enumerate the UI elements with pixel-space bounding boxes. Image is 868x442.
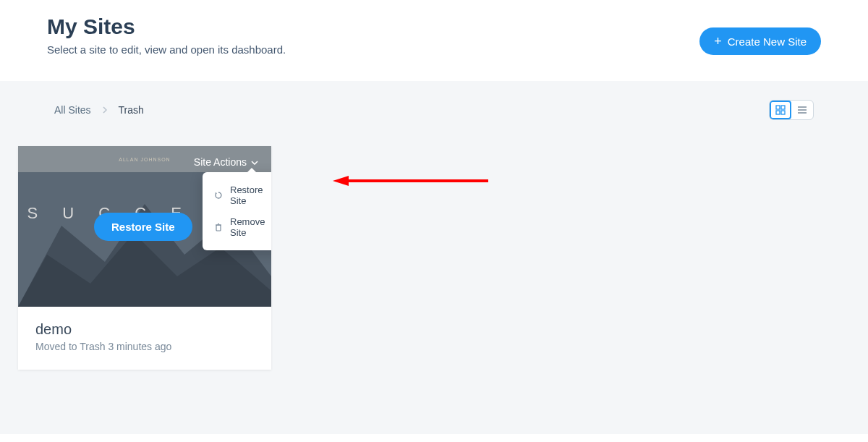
breadcrumb-current: Trash — [119, 104, 144, 116]
site-card[interactable]: ALLAN JOHNSON S U C C E S S Site Actions… — [18, 146, 271, 370]
site-actions-label: Site Actions — [194, 156, 247, 168]
chevron-right-icon — [103, 104, 107, 116]
page-subtitle: Select a site to edit, view and open its… — [47, 43, 286, 56]
svg-rect-2 — [776, 111, 780, 114]
page-title: My Sites — [47, 14, 286, 39]
dropdown-item-label: Remove Site — [230, 216, 271, 238]
list-icon — [797, 105, 807, 115]
restore-icon — [214, 191, 223, 200]
trash-icon — [214, 223, 223, 231]
svg-rect-1 — [781, 106, 785, 109]
site-actions-trigger[interactable]: Site Actions — [194, 156, 258, 168]
chevron-down-icon — [251, 158, 258, 166]
page-header: My Sites Select a site to edit, view and… — [0, 0, 868, 81]
dropdown-remove-site[interactable]: Remove Site — [203, 211, 271, 243]
site-status: Moved to Trash 3 minutes ago — [35, 341, 254, 352]
svg-rect-3 — [781, 111, 785, 114]
card-area: ALLAN JOHNSON S U C C E S S Site Actions… — [18, 124, 850, 370]
grid-icon — [775, 105, 786, 115]
controls-row: All Sites Trash — [18, 95, 850, 124]
breadcrumb: All Sites Trash — [54, 104, 144, 116]
main-area: All Sites Trash — [0, 81, 868, 434]
grid-view-button[interactable] — [770, 101, 791, 119]
create-new-site-label: Create New Site — [728, 35, 807, 48]
restore-site-button[interactable]: Restore Site — [94, 213, 192, 241]
site-actions-dropdown: Restore Site Remove Site — [203, 172, 271, 250]
site-name: demo — [35, 321, 254, 338]
card-footer: demo Moved to Trash 3 minutes ago — [18, 307, 271, 370]
title-block: My Sites Select a site to edit, view and… — [47, 14, 286, 56]
svg-rect-12 — [216, 225, 221, 231]
dropdown-item-label: Restore Site — [230, 184, 271, 206]
plus-icon: + — [714, 35, 722, 48]
view-toggle — [769, 100, 814, 120]
breadcrumb-root[interactable]: All Sites — [54, 104, 91, 116]
dropdown-restore-site[interactable]: Restore Site — [203, 179, 271, 211]
svg-rect-0 — [776, 106, 780, 109]
create-new-site-button[interactable]: + Create New Site — [699, 27, 821, 55]
site-thumbnail: ALLAN JOHNSON S U C C E S S Site Actions… — [18, 146, 271, 307]
list-view-button[interactable] — [791, 101, 813, 119]
